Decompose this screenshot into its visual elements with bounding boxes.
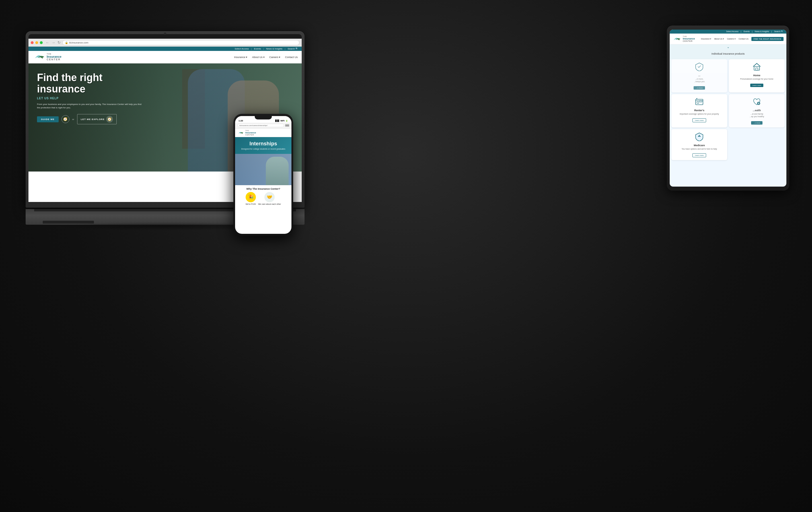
browser-close-btn[interactable] [31, 41, 34, 44]
tablet-logo-center: CENTER [683, 40, 695, 42]
care-label: We care about each other [258, 203, 281, 205]
phone-notch [255, 116, 272, 119]
medicare-card-title: Medicare [674, 144, 725, 147]
phone-internships-image [235, 154, 291, 185]
tablet-logo: THE Insurance CENTER [672, 35, 695, 42]
tablet-search[interactable]: Search 🔍 [774, 30, 784, 33]
address-bar[interactable]: 🔒 ticinsurance.com [62, 40, 299, 45]
topbar-select-access[interactable]: Select Access [235, 48, 249, 50]
hero-or-label: or [72, 118, 74, 121]
reload-btn[interactable]: ↻ [57, 40, 61, 44]
browser-min-btn[interactable] [35, 41, 38, 44]
nav-insurance[interactable]: Insurance ▾ [234, 56, 247, 59]
tablet-outer-frame: Select Access | Events | News & Insights… [667, 26, 789, 190]
logo-the: THE [47, 53, 61, 55]
health-card-btn[interactable]: ...n more [751, 121, 762, 125]
tablet-nav-insurance[interactable]: Insurance ▾ [701, 38, 712, 40]
home-card-btn[interactable]: Learn more [750, 84, 764, 87]
tablet-nav-right: Insurance ▾ About Us ▾ Careers ▾ Contact… [701, 37, 784, 41]
phone-device: 1:20 ▋▋▋ WiFi 🔋 ticinsurance.com/careers… [233, 114, 293, 236]
phone-screen: 1:20 ▋▋▋ WiFi 🔋 ticinsurance.com/careers… [235, 116, 291, 234]
home-card-title: Home [731, 74, 782, 77]
tablet-find-insurance-btn[interactable]: FIND THE RIGHT INSURANCE [751, 37, 784, 41]
phone-logo-bird-icon [237, 130, 244, 135]
back-arrow[interactable]: ← [46, 40, 49, 44]
tablet-device: Select Access | Events | News & Insights… [667, 26, 789, 190]
topbar-news[interactable]: News & Insights [266, 48, 282, 50]
tablet-screen: Select Access | Events | News & Insights… [670, 30, 786, 187]
partial-card-desc: ...d more,...keeps you [674, 78, 725, 83]
renters-card-icon [674, 97, 725, 108]
nav-careers[interactable]: Careers ▾ [269, 56, 281, 59]
site-logo: THE Insurance CENTER [32, 53, 61, 61]
renters-card-btn[interactable]: Learn more [693, 118, 706, 122]
medicare-card-btn[interactable]: Learn more [693, 153, 706, 157]
phone-logo-text: THE Insurance CENTER [245, 130, 256, 136]
let-me-explore-button[interactable]: LET ME EXPLORE 🧭 [77, 114, 117, 124]
nav-contact[interactable]: Contact Us [285, 56, 298, 59]
svg-rect-3 [697, 101, 699, 103]
why-item-care: 🤝 We care about each other [258, 192, 281, 205]
partial-card-btn[interactable]: ...n more [694, 86, 705, 90]
tablet-navbar: THE Insurance CENTER Insurance ▾ About U… [670, 34, 786, 44]
tablet-renters-card: Renter's Important coverage options for … [671, 94, 727, 127]
explore-label: LET ME EXPLORE [81, 118, 105, 121]
browser-nav: ← → ↻ [46, 40, 61, 44]
care-icon: 🤝 [264, 192, 274, 202]
tablet-sep1: | [741, 30, 742, 33]
logo-center: CENTER [47, 58, 61, 61]
forward-arrow[interactable]: → [52, 40, 55, 44]
tablet-nav-about[interactable]: About Us ▾ [714, 38, 724, 40]
hero-buttons: GUIDE ME 🧭 or LET ME EXPLORE 🧭 [37, 114, 145, 124]
nav-about-us[interactable]: About Us ▾ [252, 56, 265, 59]
laptop-site-topbar: Select Access | Events | News & Insights… [28, 47, 302, 51]
phone-url-bar[interactable]: ticinsurance.com/careers/internships/ [237, 124, 284, 127]
phone-logo: THE Insurance CENTER [237, 130, 256, 136]
hero-title: Find the right insurance [37, 72, 145, 94]
home-card-icon [731, 62, 782, 73]
renters-card-title: Renter's [674, 109, 725, 112]
svg-rect-1 [756, 68, 758, 70]
tablet-logo-text: THE Insurance CENTER [683, 35, 695, 42]
battery-icon: 🔋 [286, 120, 288, 122]
logo-text: THE Insurance CENTER [47, 53, 61, 61]
fun-label: We're FUN! [245, 203, 256, 205]
sep1: | [251, 48, 252, 50]
health-card-desc: ...al and family...ep you healthy [731, 113, 782, 118]
renters-card-desc: Important coverage options for your prop… [674, 113, 725, 115]
tablet-dropdown-section: ˅ Individual insurance products [670, 44, 786, 59]
partial-card-title: ... [674, 74, 725, 77]
phone-menu-btn[interactable] [285, 123, 289, 127]
topbar-search[interactable]: Search 🔍 [287, 48, 298, 50]
phone-hero-title: Internships [238, 141, 289, 147]
tablet-nav-careers[interactable]: Careers ▾ [727, 38, 736, 40]
hero-description: From your business and your employees to… [37, 103, 145, 110]
image-overlay [235, 154, 291, 185]
phone-time: 1:20 [238, 119, 243, 122]
tablet-nav-contact[interactable]: Contact Us [738, 38, 749, 40]
svg-rect-4 [700, 101, 702, 102]
tablet-insurance-cards: ... ...d more,...keeps you ...n more Hom… [670, 59, 786, 162]
hero-content: Find the right insurance LET US HELP Fro… [37, 72, 145, 124]
guide-me-button[interactable]: GUIDE ME [37, 116, 59, 122]
lock-icon: 🔒 [65, 41, 68, 44]
phone-why-items: 🎉 We're FUN! 🤝 We care about each other [237, 192, 289, 205]
tablet-chevron-icon: ˅ [672, 47, 784, 51]
svg-rect-0 [754, 66, 759, 70]
hero-subtitle: LET US HELP [37, 97, 145, 100]
browser-max-btn[interactable] [40, 41, 43, 44]
fun-icon: 🎉 [245, 192, 256, 202]
topbar-events[interactable]: Events [254, 48, 261, 50]
tablet-logo-insurance: Insurance [683, 37, 695, 40]
tablet-news[interactable]: News & Insights [755, 30, 769, 33]
sep2: | [263, 48, 264, 50]
guide-me-icon[interactable]: 🧭 [61, 115, 69, 123]
url-text: ticinsurance.com [69, 41, 88, 44]
signal-icon: ▋▋▋ [275, 120, 280, 122]
tablet-events[interactable]: Events [744, 30, 750, 33]
explore-icon: 🧭 [106, 116, 113, 123]
tablet-select-access[interactable]: Select Access [726, 30, 738, 33]
medicare-card-desc: You have options and we're here to help [674, 148, 725, 150]
health-card-title: ...ealth [731, 109, 782, 112]
phone-hero-section: Internships Designed for college student… [235, 137, 291, 154]
